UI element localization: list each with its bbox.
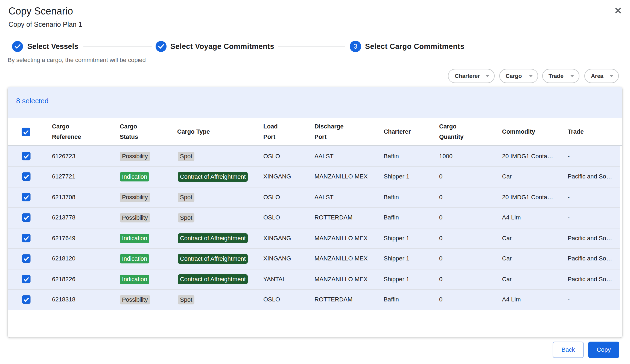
svg-text:3: 3	[354, 43, 357, 50]
